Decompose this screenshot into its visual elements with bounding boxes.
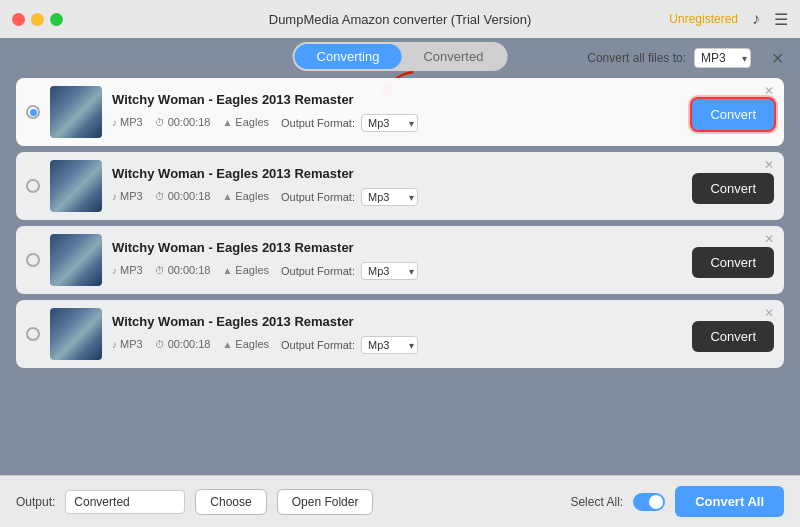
select-all-toggle[interactable] (633, 493, 665, 511)
output-format-4: Output Format: Mp3 AAC FLAC (281, 336, 418, 354)
titlebar: DumpMedia Amazon converter (Trial Versio… (0, 0, 800, 38)
menu-icon[interactable]: ☰ (774, 10, 788, 29)
output-select-2[interactable]: Mp3 AAC FLAC (361, 188, 418, 206)
main-content: Converting Converted Convert all files t… (0, 38, 800, 527)
convert-all-label: Convert all files to: (587, 51, 686, 65)
song-meta-3: ♪ MP3 ⏱ 00:00:18 ▲ Eagles Output Format: (112, 260, 682, 280)
song-meta-2: ♪ MP3 ⏱ 00:00:18 ▲ Eagles Output Format: (112, 186, 682, 206)
row-close-1[interactable]: ✕ (764, 84, 774, 98)
song-title-2: Witchy Woman - Eagles 2013 Remaster (112, 166, 682, 181)
music-note-icon: ♪ (112, 117, 117, 128)
output-select-1[interactable]: Mp3 AAC FLAC (361, 114, 418, 132)
meta-artist-4: ▲ Eagles (222, 338, 269, 350)
song-row: Witchy Woman - Eagles 2013 Remaster ♪ MP… (16, 300, 784, 368)
tab-converting[interactable]: Converting (295, 44, 402, 69)
song-title-4: Witchy Woman - Eagles 2013 Remaster (112, 314, 682, 329)
song-title-3: Witchy Woman - Eagles 2013 Remaster (112, 240, 682, 255)
output-format-1: Output Format: Mp3 AAC FLAC (281, 114, 418, 132)
row-radio-2[interactable] (26, 179, 40, 193)
song-thumbnail-4 (50, 308, 102, 360)
music-icon[interactable]: ♪ (752, 10, 760, 28)
person-icon: ▲ (222, 339, 232, 350)
meta-artist-3: ▲ Eagles (222, 264, 269, 276)
music-note-icon: ♪ (112, 265, 117, 276)
row-close-2[interactable]: ✕ (764, 158, 774, 172)
select-all-label: Select All: (570, 495, 623, 509)
convert-button-4[interactable]: Convert (692, 321, 774, 352)
unregistered-button[interactable]: Unregistered (669, 12, 738, 26)
output-format-2: Output Format: Mp3 AAC FLAC (281, 188, 418, 206)
meta-duration-3: ⏱ 00:00:18 (155, 264, 211, 276)
clock-icon: ⏱ (155, 117, 165, 128)
meta-format-1: ♪ MP3 (112, 116, 143, 128)
bottom-bar: Output: Choose Open Folder Select All: C… (0, 475, 800, 527)
convert-button-2[interactable]: Convert (692, 173, 774, 204)
clock-icon: ⏱ (155, 339, 165, 350)
clock-icon: ⏱ (155, 265, 165, 276)
music-note-icon: ♪ (112, 191, 117, 202)
person-icon: ▲ (222, 265, 232, 276)
format-select[interactable]: MP3 AAC FLAC WAV (694, 48, 751, 68)
meta-artist-text-3: Eagles (235, 264, 269, 276)
song-info-4: Witchy Woman - Eagles 2013 Remaster ♪ MP… (112, 314, 682, 354)
music-note-icon: ♪ (112, 339, 117, 350)
bottom-right: Select All: Convert All (570, 486, 784, 517)
output-path-input[interactable] (65, 490, 185, 514)
minimize-window-button[interactable] (31, 13, 44, 26)
row-close-4[interactable]: ✕ (764, 306, 774, 320)
meta-duration-text-3: 00:00:18 (168, 264, 211, 276)
output-select-wrapper-3: Mp3 AAC FLAC (361, 262, 418, 280)
meta-artist-text-2: Eagles (235, 190, 269, 202)
meta-duration-2: ⏱ 00:00:18 (155, 190, 211, 202)
meta-format-text-3: MP3 (120, 264, 143, 276)
thumb-inner (50, 160, 102, 212)
convert-all-files-row: Convert all files to: MP3 AAC FLAC WAV ✕ (587, 48, 784, 68)
person-icon: ▲ (222, 191, 232, 202)
meta-artist-2: ▲ Eagles (222, 190, 269, 202)
meta-format-text-1: MP3 (120, 116, 143, 128)
person-icon: ▲ (222, 117, 232, 128)
thumb-inner (50, 234, 102, 286)
close-window-button[interactable] (12, 13, 25, 26)
output-format-3: Output Format: Mp3 AAC FLAC (281, 262, 418, 280)
format-select-wrapper: MP3 AAC FLAC WAV (694, 48, 751, 68)
row-radio-3[interactable] (26, 253, 40, 267)
song-thumbnail-2 (50, 160, 102, 212)
song-row: Witchy Woman - Eagles 2013 Remaster ♪ MP… (16, 78, 784, 146)
thumb-inner (50, 86, 102, 138)
song-info-2: Witchy Woman - Eagles 2013 Remaster ♪ MP… (112, 166, 682, 206)
meta-duration-text-2: 00:00:18 (168, 190, 211, 202)
clock-icon: ⏱ (155, 191, 165, 202)
convert-button-3[interactable]: Convert (692, 247, 774, 278)
output-select-4[interactable]: Mp3 AAC FLAC (361, 336, 418, 354)
meta-duration-text-4: 00:00:18 (168, 338, 211, 350)
row-radio-4[interactable] (26, 327, 40, 341)
song-info-3: Witchy Woman - Eagles 2013 Remaster ♪ MP… (112, 240, 682, 280)
output-select-wrapper-4: Mp3 AAC FLAC (361, 336, 418, 354)
meta-duration-4: ⏱ 00:00:18 (155, 338, 211, 350)
song-thumbnail-3 (50, 234, 102, 286)
output-label: Output: (16, 495, 55, 509)
choose-button[interactable]: Choose (195, 489, 266, 515)
row-close-3[interactable]: ✕ (764, 232, 774, 246)
song-thumbnail-1 (50, 86, 102, 138)
tabs-container: Converting Converted (293, 42, 508, 71)
open-folder-button[interactable]: Open Folder (277, 489, 374, 515)
row-radio-1[interactable] (26, 105, 40, 119)
output-select-wrapper-1: Mp3 AAC FLAC (361, 114, 418, 132)
tab-converted[interactable]: Converted (401, 44, 505, 69)
convert-button-1[interactable]: Convert (692, 99, 774, 130)
meta-format-text-4: MP3 (120, 338, 143, 350)
maximize-window-button[interactable] (50, 13, 63, 26)
close-button[interactable]: ✕ (771, 49, 784, 68)
meta-format-3: ♪ MP3 (112, 264, 143, 276)
meta-format-text-2: MP3 (120, 190, 143, 202)
tabs-row: Converting Converted Convert all files t… (0, 38, 800, 68)
convert-all-button[interactable]: Convert All (675, 486, 784, 517)
song-row: Witchy Woman - Eagles 2013 Remaster ♪ MP… (16, 226, 784, 294)
titlebar-right: Unregistered ♪ ☰ (669, 10, 788, 29)
song-list: Witchy Woman - Eagles 2013 Remaster ♪ MP… (0, 68, 800, 475)
meta-artist-1: ▲ Eagles (222, 116, 269, 128)
meta-format-2: ♪ MP3 (112, 190, 143, 202)
output-select-3[interactable]: Mp3 AAC FLAC (361, 262, 418, 280)
